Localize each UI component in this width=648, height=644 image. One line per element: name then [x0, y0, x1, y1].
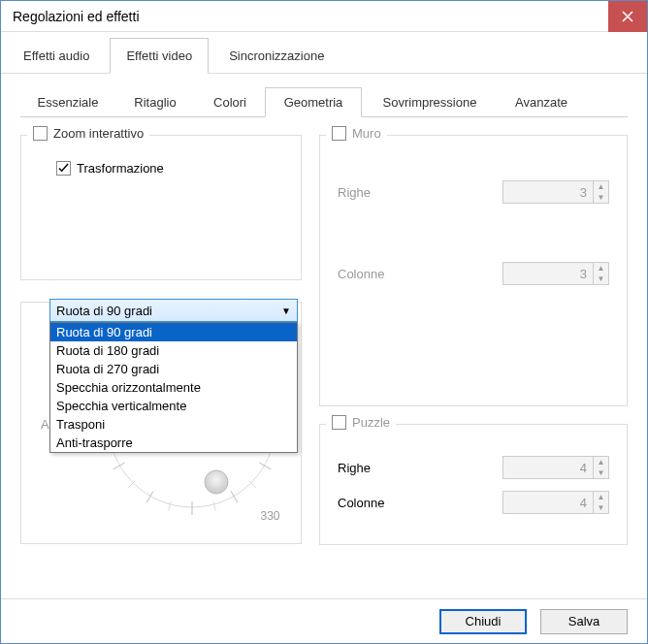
trasformazione-dropdown[interactable]: Ruota di 90 gradi ▼ Ruota di 90 gradi Ru…: [49, 299, 298, 453]
trasformazione-label: Trasformazione: [77, 161, 164, 176]
tab-sincronizzazione[interactable]: Sincronizzazione: [212, 38, 340, 73]
titlebar: Regolazioni ed effetti: [1, 1, 647, 32]
zoom-legend: Zoom interattivo: [27, 126, 149, 141]
puzzle-colonne-spinner[interactable]: 4 ▲▼: [502, 491, 609, 514]
svg-line-20: [128, 481, 135, 488]
save-button[interactable]: Salva: [540, 609, 628, 634]
close-icon: [622, 11, 633, 22]
muro-colonne-value: 3: [503, 267, 593, 281]
subtab-sovrimpressione[interactable]: Sovrimpressione: [362, 87, 498, 116]
main-tab-bar: Effetti audio Effetti video Sincronizzaz…: [1, 32, 647, 74]
dialog-footer: Chiudi Salva: [1, 598, 647, 643]
muro-label: Muro: [352, 126, 381, 141]
spin-down-icon[interactable]: ▼: [594, 467, 608, 478]
zoom-group: Zoom interattivo Trasformazione: [20, 135, 302, 280]
puzzle-label: Puzzle: [352, 415, 390, 430]
dialog-window: Regolazioni ed effetti Effetti audio Eff…: [0, 0, 648, 644]
spin-down-icon[interactable]: ▼: [594, 502, 608, 513]
content-area: Essenziale Ritaglio Colori Geometria Sov…: [1, 74, 647, 598]
svg-line-18: [213, 501, 216, 511]
dropdown-selected-text: Ruota di 90 gradi: [56, 304, 152, 318]
tab-effetti-audio[interactable]: Effetti audio: [7, 38, 106, 73]
spin-up-icon[interactable]: ▲: [594, 263, 608, 274]
dropdown-option[interactable]: Ruota di 270 gradi: [50, 360, 297, 378]
spin-up-icon[interactable]: ▲: [594, 492, 608, 502]
tab-effetti-video[interactable]: Effetti video: [110, 38, 209, 74]
zoom-label: Zoom interattivo: [53, 126, 144, 141]
zoom-checkbox[interactable]: [33, 126, 48, 141]
dropdown-list: Ruota di 90 gradi Ruota di 180 gradi Ruo…: [49, 322, 298, 453]
puzzle-righe-label: Righe: [338, 461, 371, 475]
sub-tab-bar: Essenziale Ritaglio Colori Geometria Sov…: [20, 87, 628, 117]
puzzle-legend: Puzzle: [326, 415, 396, 430]
spin-up-icon[interactable]: ▲: [594, 181, 608, 192]
dropdown-option[interactable]: Specchia verticalmente: [50, 397, 297, 415]
subtab-avanzate[interactable]: Avanzate: [498, 87, 585, 116]
dropdown-selected[interactable]: Ruota di 90 gradi ▼: [49, 299, 298, 322]
dropdown-option[interactable]: Trasponi: [50, 415, 297, 434]
puzzle-group: Puzzle Righe 4 ▲▼ Colonne 4 ▲▼: [319, 424, 628, 545]
window-title: Regolazioni ed effetti: [13, 9, 140, 24]
dropdown-option[interactable]: Anti-trasporre: [50, 434, 297, 452]
dropdown-option[interactable]: Specchia orizzontalmente: [50, 378, 297, 397]
dropdown-option[interactable]: Ruota di 180 gradi: [50, 341, 297, 360]
puzzle-righe-spinner[interactable]: 4 ▲▼: [502, 456, 609, 479]
muro-righe-spinner[interactable]: 3 ▲▼: [502, 180, 609, 204]
puzzle-colonne-label: Colonne: [338, 496, 384, 510]
svg-line-19: [169, 501, 172, 511]
close-button[interactable]: [608, 1, 647, 32]
muro-colonne-spinner[interactable]: 3 ▲▼: [502, 262, 609, 285]
subtab-essenziale[interactable]: Essenziale: [20, 87, 115, 116]
puzzle-righe-value: 4: [503, 461, 593, 475]
muro-righe-label: Righe: [338, 185, 371, 200]
svg-point-25: [205, 470, 228, 494]
muro-group: Muro Righe 3 ▲▼ Colonne 3 ▲▼: [319, 135, 628, 406]
puzzle-checkbox[interactable]: [332, 415, 346, 430]
puzzle-colonne-value: 4: [503, 496, 593, 510]
spin-down-icon[interactable]: ▼: [594, 274, 608, 284]
subtab-ritaglio[interactable]: Ritaglio: [115, 87, 195, 116]
dropdown-option[interactable]: Ruota di 90 gradi: [50, 323, 297, 341]
spin-up-icon[interactable]: ▲: [594, 457, 608, 467]
svg-line-17: [250, 481, 257, 488]
muro-checkbox[interactable]: [332, 126, 346, 141]
chevron-down-icon: ▼: [281, 306, 291, 316]
subtab-colori[interactable]: Colori: [195, 87, 265, 116]
dial-tick-330: 330: [260, 509, 279, 523]
close-dialog-button[interactable]: Chiudi: [439, 609, 527, 634]
subtab-geometria[interactable]: Geometria: [265, 87, 362, 117]
spin-down-icon[interactable]: ▼: [594, 192, 608, 203]
trasformazione-checkbox[interactable]: [56, 161, 71, 176]
muro-legend: Muro: [326, 126, 387, 141]
muro-righe-value: 3: [503, 185, 593, 200]
muro-colonne-label: Colonne: [338, 267, 384, 281]
